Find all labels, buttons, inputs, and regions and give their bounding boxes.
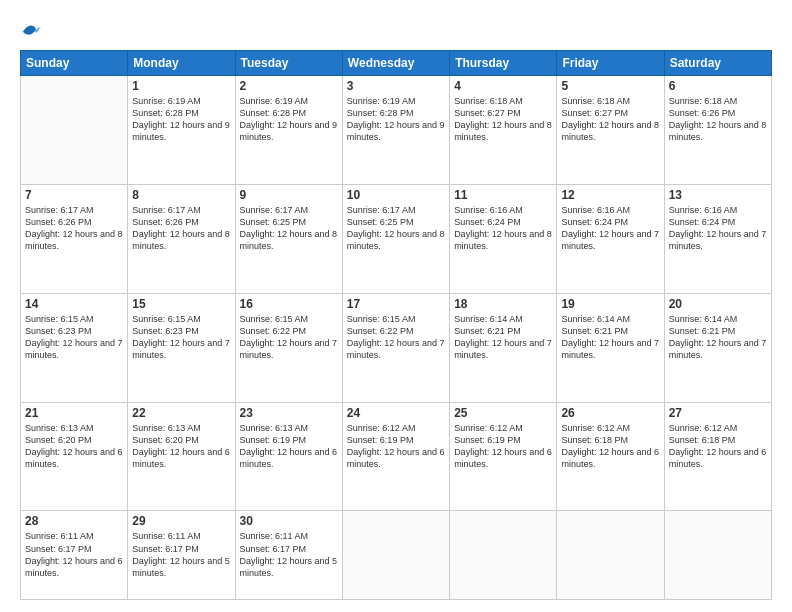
cell-info: Sunrise: 6:13 AMSunset: 6:20 PMDaylight:…	[25, 422, 123, 471]
table-cell: 6Sunrise: 6:18 AMSunset: 6:26 PMDaylight…	[664, 76, 771, 185]
table-cell: 9Sunrise: 6:17 AMSunset: 6:25 PMDaylight…	[235, 184, 342, 293]
col-thursday: Thursday	[450, 51, 557, 76]
day-number: 8	[132, 188, 230, 202]
table-cell	[664, 511, 771, 600]
cell-info: Sunrise: 6:18 AMSunset: 6:27 PMDaylight:…	[454, 95, 552, 144]
cell-info: Sunrise: 6:12 AMSunset: 6:19 PMDaylight:…	[454, 422, 552, 471]
day-number: 30	[240, 514, 338, 528]
day-number: 9	[240, 188, 338, 202]
col-wednesday: Wednesday	[342, 51, 449, 76]
day-number: 11	[454, 188, 552, 202]
table-cell: 17Sunrise: 6:15 AMSunset: 6:22 PMDayligh…	[342, 293, 449, 402]
cell-info: Sunrise: 6:12 AMSunset: 6:18 PMDaylight:…	[669, 422, 767, 471]
cell-info: Sunrise: 6:14 AMSunset: 6:21 PMDaylight:…	[454, 313, 552, 362]
day-number: 10	[347, 188, 445, 202]
cell-info: Sunrise: 6:18 AMSunset: 6:27 PMDaylight:…	[561, 95, 659, 144]
day-number: 7	[25, 188, 123, 202]
cell-info: Sunrise: 6:18 AMSunset: 6:26 PMDaylight:…	[669, 95, 767, 144]
day-number: 12	[561, 188, 659, 202]
calendar-table: Sunday Monday Tuesday Wednesday Thursday…	[20, 50, 772, 600]
day-number: 29	[132, 514, 230, 528]
cell-info: Sunrise: 6:16 AMSunset: 6:24 PMDaylight:…	[454, 204, 552, 253]
calendar-week-row: 1Sunrise: 6:19 AMSunset: 6:28 PMDaylight…	[21, 76, 772, 185]
table-cell: 14Sunrise: 6:15 AMSunset: 6:23 PMDayligh…	[21, 293, 128, 402]
cell-info: Sunrise: 6:15 AMSunset: 6:22 PMDaylight:…	[347, 313, 445, 362]
cell-info: Sunrise: 6:12 AMSunset: 6:18 PMDaylight:…	[561, 422, 659, 471]
cell-info: Sunrise: 6:19 AMSunset: 6:28 PMDaylight:…	[240, 95, 338, 144]
calendar-week-row: 7Sunrise: 6:17 AMSunset: 6:26 PMDaylight…	[21, 184, 772, 293]
cell-info: Sunrise: 6:12 AMSunset: 6:19 PMDaylight:…	[347, 422, 445, 471]
table-cell: 21Sunrise: 6:13 AMSunset: 6:20 PMDayligh…	[21, 402, 128, 511]
day-number: 16	[240, 297, 338, 311]
cell-info: Sunrise: 6:15 AMSunset: 6:23 PMDaylight:…	[132, 313, 230, 362]
page: Sunday Monday Tuesday Wednesday Thursday…	[0, 0, 792, 612]
table-cell: 25Sunrise: 6:12 AMSunset: 6:19 PMDayligh…	[450, 402, 557, 511]
col-sunday: Sunday	[21, 51, 128, 76]
table-cell: 29Sunrise: 6:11 AMSunset: 6:17 PMDayligh…	[128, 511, 235, 600]
day-number: 1	[132, 79, 230, 93]
table-cell: 12Sunrise: 6:16 AMSunset: 6:24 PMDayligh…	[557, 184, 664, 293]
table-cell: 24Sunrise: 6:12 AMSunset: 6:19 PMDayligh…	[342, 402, 449, 511]
day-number: 20	[669, 297, 767, 311]
day-number: 27	[669, 406, 767, 420]
cell-info: Sunrise: 6:15 AMSunset: 6:23 PMDaylight:…	[25, 313, 123, 362]
table-cell	[21, 76, 128, 185]
day-number: 23	[240, 406, 338, 420]
cell-info: Sunrise: 6:17 AMSunset: 6:25 PMDaylight:…	[240, 204, 338, 253]
table-cell	[450, 511, 557, 600]
table-cell: 18Sunrise: 6:14 AMSunset: 6:21 PMDayligh…	[450, 293, 557, 402]
cell-info: Sunrise: 6:11 AMSunset: 6:17 PMDaylight:…	[240, 530, 338, 579]
table-cell: 8Sunrise: 6:17 AMSunset: 6:26 PMDaylight…	[128, 184, 235, 293]
table-cell: 11Sunrise: 6:16 AMSunset: 6:24 PMDayligh…	[450, 184, 557, 293]
table-cell: 26Sunrise: 6:12 AMSunset: 6:18 PMDayligh…	[557, 402, 664, 511]
cell-info: Sunrise: 6:13 AMSunset: 6:20 PMDaylight:…	[132, 422, 230, 471]
calendar-header-row: Sunday Monday Tuesday Wednesday Thursday…	[21, 51, 772, 76]
table-cell: 27Sunrise: 6:12 AMSunset: 6:18 PMDayligh…	[664, 402, 771, 511]
day-number: 25	[454, 406, 552, 420]
calendar-week-row: 28Sunrise: 6:11 AMSunset: 6:17 PMDayligh…	[21, 511, 772, 600]
day-number: 26	[561, 406, 659, 420]
table-cell: 28Sunrise: 6:11 AMSunset: 6:17 PMDayligh…	[21, 511, 128, 600]
calendar-week-row: 21Sunrise: 6:13 AMSunset: 6:20 PMDayligh…	[21, 402, 772, 511]
cell-info: Sunrise: 6:16 AMSunset: 6:24 PMDaylight:…	[561, 204, 659, 253]
col-saturday: Saturday	[664, 51, 771, 76]
table-cell: 15Sunrise: 6:15 AMSunset: 6:23 PMDayligh…	[128, 293, 235, 402]
table-cell: 16Sunrise: 6:15 AMSunset: 6:22 PMDayligh…	[235, 293, 342, 402]
day-number: 6	[669, 79, 767, 93]
cell-info: Sunrise: 6:17 AMSunset: 6:26 PMDaylight:…	[132, 204, 230, 253]
col-friday: Friday	[557, 51, 664, 76]
day-number: 24	[347, 406, 445, 420]
cell-info: Sunrise: 6:14 AMSunset: 6:21 PMDaylight:…	[669, 313, 767, 362]
day-number: 13	[669, 188, 767, 202]
table-cell: 2Sunrise: 6:19 AMSunset: 6:28 PMDaylight…	[235, 76, 342, 185]
cell-info: Sunrise: 6:11 AMSunset: 6:17 PMDaylight:…	[25, 530, 123, 579]
cell-info: Sunrise: 6:13 AMSunset: 6:19 PMDaylight:…	[240, 422, 338, 471]
table-cell: 30Sunrise: 6:11 AMSunset: 6:17 PMDayligh…	[235, 511, 342, 600]
cell-info: Sunrise: 6:19 AMSunset: 6:28 PMDaylight:…	[347, 95, 445, 144]
cell-info: Sunrise: 6:15 AMSunset: 6:22 PMDaylight:…	[240, 313, 338, 362]
cell-info: Sunrise: 6:19 AMSunset: 6:28 PMDaylight:…	[132, 95, 230, 144]
table-cell: 1Sunrise: 6:19 AMSunset: 6:28 PMDaylight…	[128, 76, 235, 185]
table-cell: 20Sunrise: 6:14 AMSunset: 6:21 PMDayligh…	[664, 293, 771, 402]
header	[20, 18, 772, 40]
cell-info: Sunrise: 6:14 AMSunset: 6:21 PMDaylight:…	[561, 313, 659, 362]
table-cell: 4Sunrise: 6:18 AMSunset: 6:27 PMDaylight…	[450, 76, 557, 185]
table-cell: 23Sunrise: 6:13 AMSunset: 6:19 PMDayligh…	[235, 402, 342, 511]
table-cell: 19Sunrise: 6:14 AMSunset: 6:21 PMDayligh…	[557, 293, 664, 402]
table-cell	[557, 511, 664, 600]
day-number: 21	[25, 406, 123, 420]
day-number: 17	[347, 297, 445, 311]
table-cell	[342, 511, 449, 600]
cell-info: Sunrise: 6:17 AMSunset: 6:25 PMDaylight:…	[347, 204, 445, 253]
logo-icon	[20, 18, 42, 40]
table-cell: 5Sunrise: 6:18 AMSunset: 6:27 PMDaylight…	[557, 76, 664, 185]
day-number: 15	[132, 297, 230, 311]
day-number: 4	[454, 79, 552, 93]
cell-info: Sunrise: 6:17 AMSunset: 6:26 PMDaylight:…	[25, 204, 123, 253]
calendar-week-row: 14Sunrise: 6:15 AMSunset: 6:23 PMDayligh…	[21, 293, 772, 402]
calendar-body: 1Sunrise: 6:19 AMSunset: 6:28 PMDaylight…	[21, 76, 772, 600]
logo	[20, 18, 46, 40]
day-number: 5	[561, 79, 659, 93]
table-cell: 7Sunrise: 6:17 AMSunset: 6:26 PMDaylight…	[21, 184, 128, 293]
day-number: 3	[347, 79, 445, 93]
